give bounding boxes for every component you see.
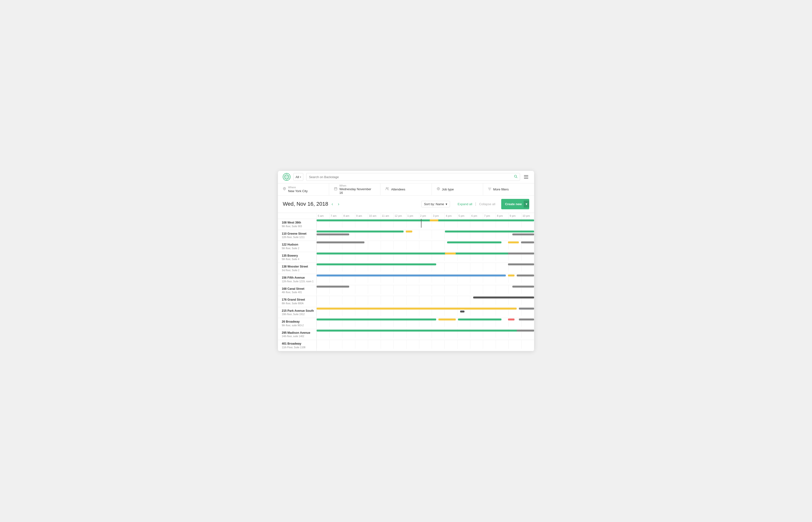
venue-row[interactable]: 26 Broadway 9th floor, suite 963-2 <box>278 318 534 329</box>
event-bar[interactable] <box>512 286 534 287</box>
venue-name-sub: 19th floor, Suite 1912 <box>282 313 314 316</box>
venue-name-sub: 4th floor, Suite 401 <box>282 291 314 294</box>
venue-row[interactable]: 168 Canal Street 4th floor, Suite 401 <box>278 285 534 296</box>
expand-all-button[interactable]: Expand all <box>456 201 474 207</box>
event-bar[interactable] <box>460 310 465 313</box>
venue-row[interactable]: 138 Wooster Street 3rd floor, Suite 2 <box>278 263 534 274</box>
venue-row[interactable]: 215 Park Avenue South 19th floor, Suite … <box>278 307 534 318</box>
event-bar[interactable] <box>430 219 439 221</box>
time-slot: 8 am <box>342 213 355 219</box>
chevron-down-icon: ▾ <box>300 176 301 178</box>
next-date-button[interactable]: › <box>337 201 341 207</box>
venue-row[interactable]: 135 Bowery 5th floor, Suite 4 <box>278 252 534 263</box>
create-new-button[interactable]: Create new ▾ <box>501 199 529 209</box>
venue-row[interactable]: 122 Hudson 5th floor, Suite 2 <box>278 241 534 252</box>
time-slot: 6 pm <box>470 213 483 219</box>
venue-row[interactable]: 176 Grand Street 8th floor, Suite 800A <box>278 296 534 307</box>
event-bar[interactable] <box>473 297 534 299</box>
event-bar[interactable] <box>447 241 502 243</box>
time-slot: 9 am <box>355 213 368 219</box>
event-bar[interactable] <box>512 234 534 235</box>
venue-name-main: 156 Fifth Avenue <box>282 276 314 280</box>
sort-button[interactable]: Sort by: Name ▾ <box>421 201 450 207</box>
venue-row[interactable]: 295 Madison Avenue 14th floor, suite 140… <box>278 329 534 340</box>
event-bar[interactable] <box>317 319 436 320</box>
venue-name-main: 168 Canal Street <box>282 287 314 291</box>
where-filter[interactable]: Where New York City <box>278 183 329 195</box>
venue-name-cell: 295 Madison Avenue 14th floor, suite 140… <box>278 329 317 340</box>
when-label: When <box>339 184 375 187</box>
venue-grid <box>317 318 534 327</box>
search-input[interactable] <box>309 175 512 179</box>
time-slot: 10 pm <box>521 213 534 219</box>
venue-name-cell: 156 Fifth Avenue 12th floor, Suite 1219,… <box>278 274 317 285</box>
create-new-dropdown-arrow[interactable]: ▾ <box>524 201 529 207</box>
venue-name-cell: 122 Hudson 5th floor, Suite 2 <box>278 241 317 252</box>
event-bar[interactable] <box>508 275 514 277</box>
venue-name-main: 26 Broadway <box>282 320 314 324</box>
venue-name-cell: 215 Park Avenue South 19th floor, Suite … <box>278 307 317 318</box>
date-nav: Wed, Nov 16, 2018 ‹ › <box>283 201 341 207</box>
event-bar[interactable] <box>445 253 456 255</box>
event-bar[interactable] <box>317 263 436 265</box>
event-bar[interactable] <box>521 241 534 243</box>
time-slot: 9 pm <box>508 213 521 219</box>
event-bar[interactable] <box>508 263 534 265</box>
event-bar[interactable] <box>317 230 404 233</box>
venue-name-sub: 5th floor, Suite 4 <box>282 258 314 261</box>
venue-name-main: 215 Park Avenue South <box>282 309 314 313</box>
event-bar[interactable] <box>508 319 514 320</box>
hamburger-menu-button[interactable] <box>523 174 529 180</box>
event-bar[interactable] <box>517 329 534 332</box>
venue-name-sub: 14th floor, suite 1402 <box>282 335 314 338</box>
sort-label: Sort by: Name <box>424 202 444 206</box>
event-bar[interactable] <box>458 319 502 320</box>
event-bar[interactable] <box>406 230 412 233</box>
svg-point-11 <box>438 188 439 189</box>
more-filters[interactable]: More filters <box>483 183 534 195</box>
prev-date-button[interactable]: ‹ <box>330 201 334 207</box>
time-slot: 2 pm <box>419 213 432 219</box>
event-bar[interactable] <box>317 219 534 221</box>
event-bar[interactable] <box>317 329 534 332</box>
svg-point-3 <box>284 188 285 189</box>
venue-name-main: 110 Greene Street <box>282 232 314 236</box>
event-bar[interactable] <box>517 275 534 277</box>
event-bar[interactable] <box>317 234 349 235</box>
event-bar[interactable] <box>317 253 534 255</box>
time-slot: 5 pm <box>457 213 470 219</box>
svg-rect-4 <box>334 188 337 190</box>
attendees-label: Attendees <box>391 187 405 191</box>
event-bar[interactable] <box>317 275 506 277</box>
venue-row[interactable]: 110 Greene Street 12th floor, Suite 1211 <box>278 230 534 241</box>
venue-grid <box>317 329 534 338</box>
venue-name-sub: 12th floor, Suite 1219, room 1 <box>282 280 314 283</box>
event-bar[interactable] <box>317 241 364 243</box>
venue-grid <box>317 263 534 272</box>
venue-name-cell: 26 Broadway 9th floor, suite 963-2 <box>278 318 317 329</box>
event-bar[interactable] <box>519 308 534 309</box>
filter-select-value: All <box>296 175 299 179</box>
event-bar[interactable] <box>439 319 456 320</box>
event-bar[interactable] <box>508 241 519 243</box>
when-filter[interactable]: When Wednesday November 16 <box>329 183 380 195</box>
attendees-filter[interactable]: Attendees <box>380 183 432 195</box>
event-bar[interactable] <box>445 230 534 233</box>
venue-row[interactable]: 156 Fifth Avenue 12th floor, Suite 1219,… <box>278 274 534 285</box>
job-type-filter[interactable]: Job type <box>432 183 483 195</box>
collapse-all-button[interactable]: Collapse all <box>477 201 497 207</box>
venue-name-cell: 138 Wooster Street 3rd floor, Suite 2 <box>278 263 317 274</box>
filter-select[interactable]: All ▾ <box>293 173 303 181</box>
time-slot: 7 pm <box>483 213 496 219</box>
venue-row[interactable]: 401 Broadway 11th Floor, Suite 1108 <box>278 340 534 351</box>
event-bar[interactable] <box>317 308 517 309</box>
event-bar[interactable] <box>317 286 349 287</box>
venue-name-sub: 3rd floor, Suite 2 <box>282 269 314 272</box>
create-new-label: Create new <box>505 202 522 206</box>
time-slot: 10 am <box>368 213 381 219</box>
logo[interactable] <box>283 173 290 181</box>
event-bar[interactable] <box>519 319 534 320</box>
venue-rows: 108 West 39th 9th floor, Suite 903 110 G… <box>278 219 534 351</box>
event-bar[interactable] <box>508 253 534 255</box>
venue-row[interactable]: 108 West 39th 9th floor, Suite 903 <box>278 219 534 230</box>
